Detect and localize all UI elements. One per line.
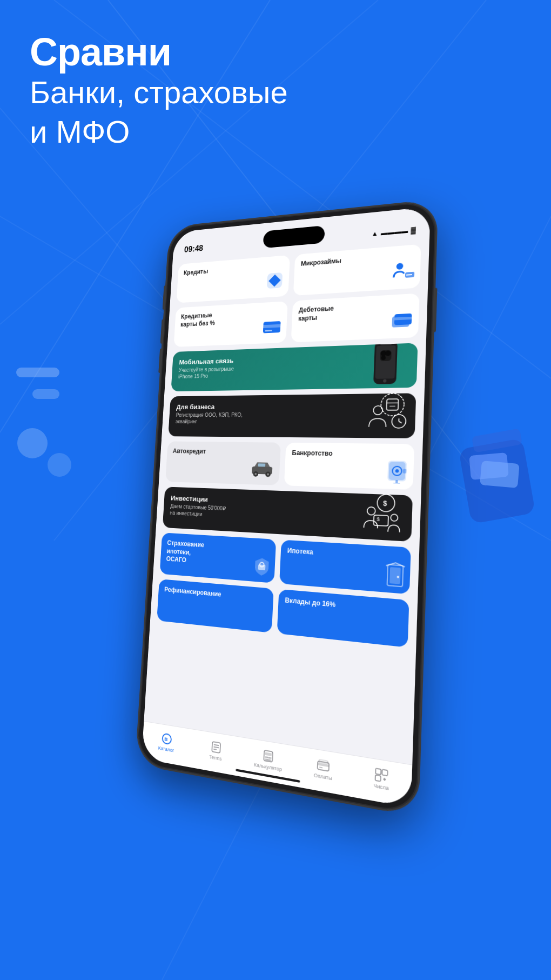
svg-rect-9: [16, 368, 59, 377]
nav-catalog[interactable]: в Каталог: [153, 730, 180, 754]
nav-calculator-label: Калькулятор: [253, 762, 282, 772]
svg-point-19: [396, 263, 403, 270]
wifi-icon: ▲: [372, 230, 379, 238]
svg-point-61: [391, 514, 398, 521]
debit-card-icon: [391, 311, 414, 334]
battery-icon: ▓: [411, 226, 416, 235]
svg-line-73: [213, 749, 217, 749]
card-insurance[interactable]: Страхование ипотеки, ОСАГО: [160, 532, 277, 583]
svg-point-11: [17, 428, 48, 458]
nav-terms[interactable]: Terms: [202, 738, 230, 763]
svg-rect-66: [389, 567, 401, 584]
phone-mockup: 09:48 ▲ ▬▬▬▬ ▓ Кредиты: [140, 205, 421, 778]
header-title-line2: Банки, страховые: [30, 75, 288, 111]
svg-text:$: $: [377, 516, 380, 522]
card-auto[interactable]: Автокредит: [165, 441, 281, 485]
svg-rect-60: [374, 515, 388, 526]
nav-numbers-label: Числа: [373, 782, 389, 791]
svg-rect-86: [375, 768, 381, 775]
card-credits[interactable]: Кредиты: [177, 255, 290, 303]
credits-icon: [264, 270, 285, 294]
safe-icon: [385, 458, 409, 486]
terms-icon: [210, 739, 223, 755]
svg-rect-84: [319, 766, 322, 768]
svg-rect-87: [382, 769, 387, 776]
svg-line-71: [214, 744, 219, 745]
svg-point-12: [48, 453, 71, 477]
nav-payments[interactable]: Оплаты: [308, 756, 339, 782]
microzaims-icon: [390, 259, 416, 285]
status-icons: ▲ ▬▬▬▬ ▓: [372, 226, 416, 238]
investments-img: $ $: [347, 488, 413, 542]
svg-point-59: [367, 507, 375, 515]
svg-rect-56: [403, 469, 407, 474]
nav-terms-label: Terms: [209, 754, 222, 761]
svg-point-40: [373, 406, 382, 415]
phone-screen: 09:48 ▲ ▬▬▬▬ ▓ Кредиты: [142, 206, 431, 808]
credit-card-icon: [261, 318, 283, 339]
card-credit-cards[interactable]: Кредитные карты без %: [173, 301, 287, 347]
phone-frame: 09:48 ▲ ▬▬▬▬ ▓ Кредиты: [137, 201, 436, 815]
payments-icon: [317, 757, 331, 774]
status-time: 09:48: [184, 244, 203, 254]
svg-rect-49: [258, 463, 266, 466]
svg-rect-37: [387, 399, 399, 410]
header-section: Сравни Банки, страховые и МФО: [30, 32, 288, 150]
door-icon: [384, 561, 407, 591]
card-auto-label: Автокредит: [172, 448, 274, 457]
business-img: [352, 393, 416, 438]
svg-rect-16: [480, 461, 520, 488]
svg-line-21: [406, 275, 412, 275]
banner-mobile[interactable]: Мобильная связь Участвуйте в розыгрышеiP…: [171, 343, 418, 391]
signal-icon: ▬▬▬▬: [381, 227, 408, 237]
svg-rect-78: [268, 757, 271, 759]
svg-rect-88: [375, 775, 381, 781]
row-auto: Автокредит: [165, 441, 414, 489]
banner-investments[interactable]: Инвестиции Даем стартовые 50'000₽на инве…: [163, 486, 413, 542]
svg-text:в: в: [164, 735, 168, 742]
svg-rect-54: [395, 480, 398, 483]
header-title-line3: и МФО: [30, 114, 288, 150]
svg-line-72: [213, 746, 218, 748]
car-icon: [246, 459, 278, 481]
card-ipoteka[interactable]: Ипотека: [279, 540, 411, 595]
catalog-icon: в: [160, 731, 173, 746]
card-bankruptcy[interactable]: Банкротство: [284, 443, 414, 490]
header-title-line1: Сравни: [30, 32, 288, 71]
card-refinancing[interactable]: Рефинансирование: [157, 579, 274, 633]
nav-numbers[interactable]: Числа: [366, 765, 398, 792]
card-microzaims[interactable]: Микрозаймы: [293, 244, 421, 296]
card-refinancing-label: Рефинансирование: [164, 585, 267, 603]
nav-calculator[interactable]: Калькулятор: [253, 746, 283, 772]
numbers-icon: [374, 766, 389, 783]
calculator-icon: [261, 748, 275, 764]
app-content: Кредиты Микрозаймы: [144, 237, 429, 764]
svg-rect-55: [393, 483, 400, 484]
shield-icon: [251, 555, 272, 579]
svg-rect-81: [268, 759, 271, 761]
card-debit-cards[interactable]: Дебетовые карты: [291, 293, 420, 342]
svg-rect-75: [265, 752, 272, 756]
svg-rect-10: [32, 389, 59, 399]
svg-point-36: [381, 394, 405, 416]
svg-text:$: $: [383, 499, 387, 507]
mobile-phone-img: [354, 343, 418, 388]
card-deposits[interactable]: Вклады до 16%: [277, 589, 409, 648]
banner-business[interactable]: Для бизнеса Регистрация ООО, КЭП, РКО,эк…: [168, 393, 416, 438]
svg-line-43: [399, 421, 401, 423]
row-cards: Кредитные карты без % Дебетовые карты: [173, 293, 419, 347]
card-deposits-label: Вклады до 16%: [285, 596, 402, 616]
